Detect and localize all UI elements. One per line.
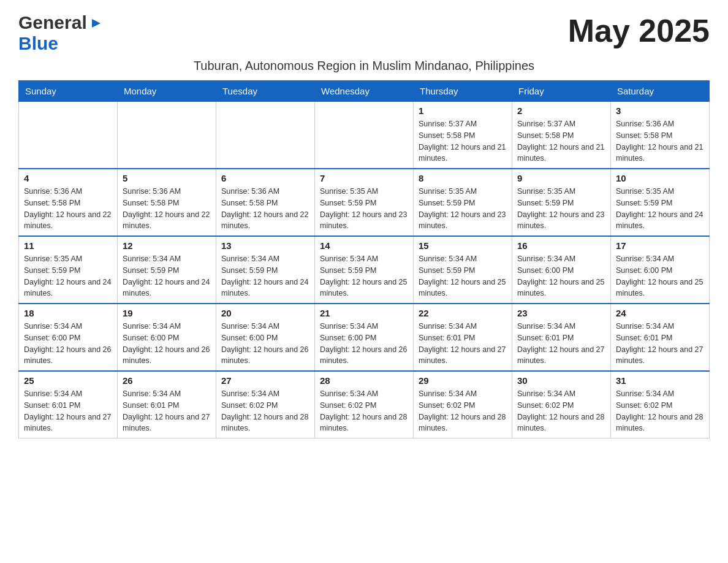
- calendar-weekday-tuesday: Tuesday: [216, 81, 315, 102]
- day-info: Sunrise: 5:34 AMSunset: 5:59 PMDaylight:…: [221, 253, 309, 299]
- calendar-cell: [216, 102, 315, 169]
- page-subtitle: Tuburan, Autonomous Region in Muslim Min…: [18, 59, 710, 73]
- calendar-cell: 27Sunrise: 5:34 AMSunset: 6:02 PMDayligh…: [216, 371, 315, 439]
- calendar-cell: [19, 102, 118, 169]
- calendar-weekday-thursday: Thursday: [414, 81, 512, 102]
- calendar-weekday-saturday: Saturday: [611, 81, 710, 102]
- calendar-week-4: 18Sunrise: 5:34 AMSunset: 6:00 PMDayligh…: [19, 304, 710, 371]
- day-info: Sunrise: 5:34 AMSunset: 6:00 PMDaylight:…: [221, 321, 309, 367]
- day-info: Sunrise: 5:37 AMSunset: 5:58 PMDaylight:…: [419, 118, 507, 164]
- day-number: 8: [419, 173, 507, 183]
- day-info: Sunrise: 5:34 AMSunset: 6:01 PMDaylight:…: [616, 321, 704, 367]
- day-info: Sunrise: 5:34 AMSunset: 6:00 PMDaylight:…: [24, 321, 112, 367]
- day-info: Sunrise: 5:34 AMSunset: 6:02 PMDaylight:…: [221, 388, 309, 434]
- day-number: 31: [616, 375, 704, 386]
- day-info: Sunrise: 5:37 AMSunset: 5:58 PMDaylight:…: [517, 118, 605, 164]
- calendar-cell: 28Sunrise: 5:34 AMSunset: 6:02 PMDayligh…: [315, 371, 414, 439]
- calendar-table: SundayMondayTuesdayWednesdayThursdayFrid…: [18, 80, 710, 439]
- calendar-cell: 21Sunrise: 5:34 AMSunset: 6:00 PMDayligh…: [315, 304, 414, 371]
- day-number: 27: [221, 375, 309, 386]
- day-info: Sunrise: 5:34 AMSunset: 5:59 PMDaylight:…: [419, 253, 507, 299]
- calendar-cell: 19Sunrise: 5:34 AMSunset: 6:00 PMDayligh…: [118, 304, 216, 371]
- day-number: 13: [221, 240, 309, 251]
- day-info: Sunrise: 5:36 AMSunset: 5:58 PMDaylight:…: [24, 186, 112, 232]
- day-info: Sunrise: 5:34 AMSunset: 6:02 PMDaylight:…: [517, 388, 605, 434]
- calendar-cell: 18Sunrise: 5:34 AMSunset: 6:00 PMDayligh…: [19, 304, 118, 371]
- day-number: 19: [123, 308, 211, 318]
- day-info: Sunrise: 5:35 AMSunset: 5:59 PMDaylight:…: [320, 186, 408, 232]
- logo: General Blue: [18, 12, 103, 54]
- calendar-cell: 30Sunrise: 5:34 AMSunset: 6:02 PMDayligh…: [512, 371, 611, 439]
- day-number: 5: [123, 173, 211, 183]
- day-number: 16: [517, 240, 605, 251]
- day-info: Sunrise: 5:34 AMSunset: 6:01 PMDaylight:…: [123, 388, 211, 434]
- day-info: Sunrise: 5:35 AMSunset: 5:59 PMDaylight:…: [517, 186, 605, 232]
- calendar-cell: 10Sunrise: 5:35 AMSunset: 5:59 PMDayligh…: [611, 169, 710, 236]
- logo-arrow-icon: [89, 17, 103, 33]
- day-number: 6: [221, 173, 309, 183]
- day-info: Sunrise: 5:35 AMSunset: 5:59 PMDaylight:…: [24, 253, 112, 299]
- day-number: 11: [24, 240, 112, 251]
- day-info: Sunrise: 5:34 AMSunset: 6:01 PMDaylight:…: [419, 321, 507, 367]
- day-number: 14: [320, 240, 408, 251]
- day-number: 4: [24, 173, 112, 183]
- day-info: Sunrise: 5:36 AMSunset: 5:58 PMDaylight:…: [221, 186, 309, 232]
- calendar-weekday-monday: Monday: [118, 81, 216, 102]
- calendar-cell: 8Sunrise: 5:35 AMSunset: 5:59 PMDaylight…: [414, 169, 512, 236]
- day-number: 12: [123, 240, 211, 251]
- calendar-cell: 4Sunrise: 5:36 AMSunset: 5:58 PMDaylight…: [19, 169, 118, 236]
- day-number: 1: [419, 105, 507, 116]
- calendar-cell: 26Sunrise: 5:34 AMSunset: 6:01 PMDayligh…: [118, 371, 216, 439]
- calendar-cell: 9Sunrise: 5:35 AMSunset: 5:59 PMDaylight…: [512, 169, 611, 236]
- day-number: 30: [517, 375, 605, 386]
- day-number: 9: [517, 173, 605, 183]
- calendar-weekday-friday: Friday: [512, 81, 611, 102]
- day-info: Sunrise: 5:35 AMSunset: 5:59 PMDaylight:…: [616, 186, 704, 232]
- day-number: 2: [517, 105, 605, 116]
- calendar-cell: 15Sunrise: 5:34 AMSunset: 5:59 PMDayligh…: [414, 236, 512, 304]
- calendar-cell: 11Sunrise: 5:35 AMSunset: 5:59 PMDayligh…: [19, 236, 118, 304]
- calendar-cell: 16Sunrise: 5:34 AMSunset: 6:00 PMDayligh…: [512, 236, 611, 304]
- day-info: Sunrise: 5:34 AMSunset: 6:01 PMDaylight:…: [517, 321, 605, 367]
- day-info: Sunrise: 5:36 AMSunset: 5:58 PMDaylight:…: [616, 118, 704, 164]
- day-number: 25: [24, 375, 112, 386]
- month-title: May 2025: [568, 12, 710, 49]
- calendar-week-5: 25Sunrise: 5:34 AMSunset: 6:01 PMDayligh…: [19, 371, 710, 439]
- calendar-week-3: 11Sunrise: 5:35 AMSunset: 5:59 PMDayligh…: [19, 236, 710, 304]
- calendar-cell: 17Sunrise: 5:34 AMSunset: 6:00 PMDayligh…: [611, 236, 710, 304]
- calendar-cell: [315, 102, 414, 169]
- calendar-cell: 7Sunrise: 5:35 AMSunset: 5:59 PMDaylight…: [315, 169, 414, 236]
- svg-marker-0: [92, 19, 100, 28]
- page-header: General Blue May 2025: [18, 12, 710, 54]
- day-number: 21: [320, 308, 408, 318]
- day-number: 10: [616, 173, 704, 183]
- day-number: 26: [123, 375, 211, 386]
- day-number: 24: [616, 308, 704, 318]
- calendar-weekday-wednesday: Wednesday: [315, 81, 414, 102]
- day-number: 29: [419, 375, 507, 386]
- calendar-week-2: 4Sunrise: 5:36 AMSunset: 5:58 PMDaylight…: [19, 169, 710, 236]
- day-number: 7: [320, 173, 408, 183]
- day-info: Sunrise: 5:34 AMSunset: 6:00 PMDaylight:…: [616, 253, 704, 299]
- day-info: Sunrise: 5:34 AMSunset: 6:02 PMDaylight:…: [419, 388, 507, 434]
- calendar-cell: 6Sunrise: 5:36 AMSunset: 5:58 PMDaylight…: [216, 169, 315, 236]
- day-number: 15: [419, 240, 507, 251]
- day-number: 17: [616, 240, 704, 251]
- calendar-cell: 14Sunrise: 5:34 AMSunset: 5:59 PMDayligh…: [315, 236, 414, 304]
- calendar-cell: 29Sunrise: 5:34 AMSunset: 6:02 PMDayligh…: [414, 371, 512, 439]
- calendar-cell: 2Sunrise: 5:37 AMSunset: 5:58 PMDaylight…: [512, 102, 611, 169]
- day-info: Sunrise: 5:34 AMSunset: 6:02 PMDaylight:…: [616, 388, 704, 434]
- calendar-weekday-sunday: Sunday: [19, 81, 118, 102]
- day-number: 28: [320, 375, 408, 386]
- calendar-cell: 22Sunrise: 5:34 AMSunset: 6:01 PMDayligh…: [414, 304, 512, 371]
- calendar-cell: 23Sunrise: 5:34 AMSunset: 6:01 PMDayligh…: [512, 304, 611, 371]
- calendar-cell: 13Sunrise: 5:34 AMSunset: 5:59 PMDayligh…: [216, 236, 315, 304]
- day-info: Sunrise: 5:34 AMSunset: 5:59 PMDaylight:…: [123, 253, 211, 299]
- calendar-cell: 1Sunrise: 5:37 AMSunset: 5:58 PMDaylight…: [414, 102, 512, 169]
- calendar-cell: 25Sunrise: 5:34 AMSunset: 6:01 PMDayligh…: [19, 371, 118, 439]
- day-number: 18: [24, 308, 112, 318]
- day-number: 20: [221, 308, 309, 318]
- calendar-cell: 31Sunrise: 5:34 AMSunset: 6:02 PMDayligh…: [611, 371, 710, 439]
- calendar-cell: 12Sunrise: 5:34 AMSunset: 5:59 PMDayligh…: [118, 236, 216, 304]
- day-info: Sunrise: 5:35 AMSunset: 5:59 PMDaylight:…: [419, 186, 507, 232]
